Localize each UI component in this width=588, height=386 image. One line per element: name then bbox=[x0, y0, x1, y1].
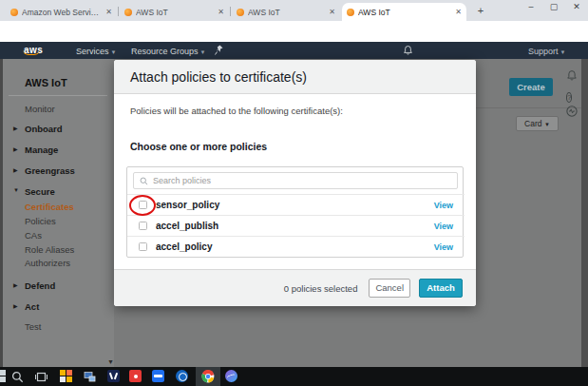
modal-description: Policies will be attached to the followi… bbox=[130, 106, 343, 116]
chevron-down-icon: ▼ bbox=[544, 122, 550, 127]
browser-toolbar: ← → ⟳ console.aws.amazon.com/iot/home?re… bbox=[0, 21, 588, 42]
cancel-button[interactable]: Cancel bbox=[369, 279, 410, 298]
sidebar-item-monitor[interactable]: Monitor bbox=[25, 104, 55, 114]
aws-favicon-icon bbox=[124, 9, 132, 16]
teamviewer-icon[interactable] bbox=[152, 370, 165, 383]
sidebar-item-act[interactable]: Act bbox=[25, 301, 39, 312]
aws-favicon-icon bbox=[10, 9, 18, 16]
paint-app-icon[interactable] bbox=[225, 370, 238, 383]
attach-policies-modal: Attach policies to certificate(s) Polici… bbox=[114, 60, 476, 306]
tab-title: AWS IoT bbox=[358, 8, 451, 17]
tab-close-icon[interactable]: ✕ bbox=[105, 9, 112, 16]
search-input[interactable] bbox=[153, 176, 457, 185]
tab-separator bbox=[230, 7, 231, 16]
chevron-down-icon: ▼ bbox=[13, 187, 19, 193]
view-policy-link[interactable]: View bbox=[434, 242, 453, 252]
window-maximize-button[interactable]: ▢ bbox=[543, 0, 564, 14]
sidebar-item-policies[interactable]: Policies bbox=[25, 216, 56, 226]
tab-close-icon[interactable]: ✕ bbox=[329, 9, 335, 16]
aws-favicon-icon bbox=[237, 9, 244, 16]
policy-checkbox[interactable] bbox=[139, 242, 147, 251]
tab-close-icon[interactable]: ✕ bbox=[455, 9, 462, 16]
view-policy-link[interactable]: View bbox=[434, 222, 453, 231]
chevron-down-icon: ▼ bbox=[111, 49, 117, 55]
chevron-right-icon: ▶ bbox=[13, 166, 18, 173]
sidebar-item-role-aliases[interactable]: Role Aliases bbox=[25, 244, 74, 255]
search-icon bbox=[140, 177, 148, 185]
policy-search bbox=[133, 172, 458, 189]
pin-icon[interactable] bbox=[215, 45, 223, 57]
feedback-pulse-icon[interactable] bbox=[566, 104, 579, 116]
tab-aws-iot-2[interactable]: AWS IoT ✕ bbox=[232, 4, 340, 21]
policy-list-box: sensor_policy View accel_publish View ac… bbox=[126, 166, 464, 258]
new-tab-button[interactable]: + bbox=[474, 4, 487, 17]
remote-desktop-icon[interactable] bbox=[84, 370, 97, 383]
sidebar-item-manage[interactable]: Manage bbox=[25, 145, 58, 155]
window-close-button[interactable]: ✕ bbox=[566, 0, 587, 14]
nav-support-label: Support bbox=[528, 47, 559, 56]
sidebar-title: AWS IoT bbox=[25, 77, 67, 88]
tab-title: Amazon Web Services Sign-In bbox=[22, 8, 102, 17]
aws-console-navbar: aws Services▼ Resource Groups▼ Support▼ bbox=[0, 42, 588, 59]
sidebar-scroll-down-icon[interactable]: ▼ bbox=[107, 358, 114, 365]
tab-title: AWS IoT bbox=[248, 8, 325, 17]
chevron-right-icon: ▶ bbox=[13, 145, 18, 152]
chevron-right-icon: ▶ bbox=[13, 281, 18, 288]
create-button[interactable]: Create bbox=[509, 78, 553, 96]
policy-row-sensor-policy[interactable]: sensor_policy View bbox=[127, 194, 465, 215]
sidebar: AWS IoT Monitor ▶ Onboard ▶ Manage ▶ Gre… bbox=[3, 59, 114, 367]
divider bbox=[9, 95, 107, 96]
modal-header: Attach policies to certificate(s) bbox=[114, 60, 476, 94]
nav-services-label: Services bbox=[76, 47, 109, 56]
nav-resource-groups-menu[interactable]: Resource Groups▼ bbox=[131, 47, 206, 56]
sidebar-item-certificates[interactable]: Certificates bbox=[25, 202, 74, 212]
sidebar-item-defend[interactable]: Defend bbox=[25, 280, 55, 291]
tab-aws-signin[interactable]: Amazon Web Services Sign-In ✕ bbox=[6, 4, 117, 21]
modal-title: Attach policies to certificate(s) bbox=[130, 69, 307, 85]
aws-favicon-icon bbox=[347, 9, 354, 16]
tab-aws-iot-active[interactable]: AWS IoT ✕ bbox=[342, 3, 466, 21]
policy-checkbox[interactable] bbox=[139, 222, 147, 230]
start-icon[interactable] bbox=[0, 370, 7, 383]
attach-button[interactable]: Attach bbox=[419, 279, 463, 298]
vnc-viewer-icon[interactable] bbox=[107, 370, 121, 383]
help-icon[interactable]: ? bbox=[566, 87, 579, 99]
tab-aws-iot-1[interactable]: AWS IoT ✕ bbox=[120, 4, 229, 21]
policy-checkbox[interactable] bbox=[139, 201, 147, 209]
browser-app-icon[interactable] bbox=[176, 370, 189, 383]
chevron-right-icon: ▶ bbox=[13, 125, 18, 131]
sidebar-item-authorizers[interactable]: Authorizers bbox=[25, 258, 70, 268]
card-view-dropdown[interactable]: Card ▼ bbox=[516, 116, 559, 131]
chrome-icon[interactable] bbox=[201, 370, 215, 383]
policy-row-accel-policy[interactable]: accel_policy View bbox=[127, 236, 465, 257]
nav-bell-icon[interactable] bbox=[403, 45, 413, 58]
policy-name: accel_policy bbox=[156, 241, 434, 252]
policy-name: accel_publish bbox=[156, 221, 434, 231]
search-icon[interactable] bbox=[11, 370, 25, 383]
card-view-label: Card bbox=[524, 119, 541, 128]
nav-services-menu[interactable]: Services▼ bbox=[76, 47, 116, 56]
page-scrollbar[interactable] bbox=[581, 59, 588, 367]
apps-grid-icon[interactable] bbox=[60, 370, 73, 383]
policy-name: sensor_policy bbox=[156, 200, 434, 210]
alerts-bell-icon[interactable] bbox=[566, 68, 579, 81]
chevron-right-icon: ▶ bbox=[13, 302, 18, 309]
sidebar-item-test[interactable]: Test bbox=[25, 321, 41, 332]
nav-resource-groups-label: Resource Groups bbox=[131, 47, 199, 56]
selected-count-status: 0 policies selected bbox=[284, 283, 358, 294]
nav-support-menu[interactable]: Support▼ bbox=[528, 47, 565, 56]
tab-close-icon[interactable]: ✕ bbox=[218, 9, 224, 16]
recorder-icon[interactable] bbox=[129, 370, 142, 383]
tab-separator bbox=[118, 7, 119, 16]
sidebar-item-onboard[interactable]: Onboard bbox=[25, 124, 63, 134]
sidebar-item-cas[interactable]: CAs bbox=[25, 230, 42, 241]
chevron-down-icon: ▼ bbox=[560, 49, 566, 55]
view-policy-link[interactable]: View bbox=[434, 201, 453, 210]
policy-row-accel-publish[interactable]: accel_publish View bbox=[127, 215, 465, 236]
task-view-icon[interactable] bbox=[35, 370, 48, 383]
chevron-down-icon: ▼ bbox=[200, 49, 206, 55]
window-minimize-button[interactable]: – bbox=[521, 0, 541, 14]
choose-policies-heading: Choose one or more policies bbox=[130, 141, 267, 152]
sidebar-item-greengrass[interactable]: Greengrass bbox=[25, 165, 75, 176]
sidebar-item-secure[interactable]: Secure bbox=[25, 186, 55, 197]
